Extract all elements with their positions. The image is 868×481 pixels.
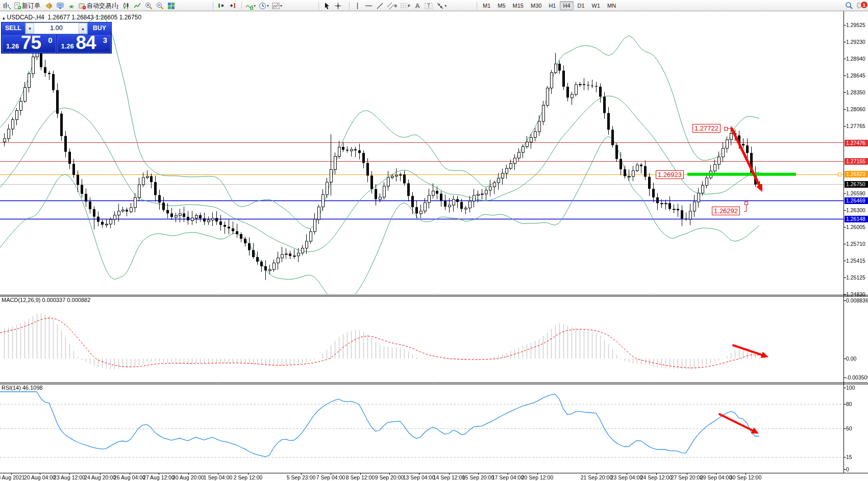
- zoom-out-button[interactable]: [154, 1, 165, 11]
- zoom-in-button[interactable]: [143, 1, 154, 11]
- time-tick-label: 20 Sep 12:00: [514, 474, 560, 480]
- templates-button[interactable]: ▾: [270, 1, 284, 11]
- crosshair-button[interactable]: [332, 1, 343, 11]
- indicators-icon: [245, 2, 253, 10]
- buy-price-big: 84: [76, 32, 96, 54]
- new-order-icon: [14, 2, 21, 10]
- new-order-button[interactable]: 新订单: [12, 1, 43, 11]
- new-order-label: 新订单: [22, 2, 40, 10]
- price-tick-label: 1.29230: [846, 39, 865, 45]
- auto-scroll-button[interactable]: [215, 1, 227, 11]
- timeframe-button-m15[interactable]: M15: [510, 1, 527, 10]
- text-label-button[interactable]: T: [423, 1, 435, 11]
- chart-shift-icon: [229, 2, 236, 10]
- price-annotation-box[interactable]: 1.26923: [656, 170, 684, 179]
- rsi-tick-label: 80: [846, 401, 852, 407]
- arrows-button[interactable]: ▾: [435, 1, 448, 11]
- one-click-trading-panel: SELL ▼ 1.00 ▲ BUY 1.26 75 0 1.26 84 3: [1, 22, 112, 54]
- indicators-button[interactable]: ▾: [244, 1, 257, 11]
- new-chart-icon: [3, 2, 11, 10]
- bar-chart-button[interactable]: [109, 1, 120, 11]
- chart-title: ▴USDCAD-,H4 1.26677 1.26843 1.26605 1.26…: [3, 14, 141, 21]
- arrows-icon: [436, 2, 444, 10]
- toolbar-group-trade: 新订单 自动交易: [1, 0, 114, 11]
- timeframe-button-w1[interactable]: W1: [589, 1, 604, 10]
- price-annotation-box[interactable]: 1.26292: [712, 207, 740, 215]
- price-tick-label: 1.24830: [846, 291, 865, 297]
- periods-button[interactable]: ▾: [257, 1, 270, 11]
- chart-canvas[interactable]: [0, 0, 868, 481]
- line-chart-icon: [134, 2, 141, 10]
- computer-icon: [57, 2, 64, 10]
- line-chart-button[interactable]: [132, 1, 143, 11]
- cursor-button[interactable]: [321, 1, 332, 11]
- price-badge: 1.27155: [845, 158, 868, 165]
- svg-text:T: T: [427, 3, 430, 9]
- price-badge: 1.26469: [845, 197, 868, 204]
- price-tick-label: 1.25710: [846, 241, 865, 247]
- timeframe-button-m5[interactable]: M5: [494, 1, 508, 10]
- horn-icon: [45, 2, 53, 10]
- price-badge: 1.26923: [845, 171, 868, 178]
- notification-badge: 1: [861, 2, 867, 8]
- channel-button[interactable]: E: [385, 1, 399, 11]
- bar-chart-icon: [111, 2, 119, 10]
- price-tick-label: 1.26590: [846, 190, 865, 196]
- search-button[interactable]: [844, 1, 855, 11]
- separator: [477, 2, 477, 10]
- terminal-button[interactable]: [55, 1, 66, 11]
- price-annotation-box[interactable]: 1.27722: [692, 124, 721, 133]
- separator: [349, 2, 350, 10]
- buy-price-sup: 3: [103, 36, 107, 44]
- vertical-line-button[interactable]: [352, 1, 363, 11]
- sell-price-sup: 0: [48, 36, 52, 44]
- notifications-button[interactable]: 1: [855, 1, 866, 11]
- rsi-tick-label: 50: [846, 425, 852, 432]
- new-chart-button[interactable]: [1, 1, 12, 11]
- text-label-icon: T: [425, 2, 433, 10]
- cursor-icon: [323, 2, 331, 10]
- candlestick-chart-button[interactable]: [120, 1, 132, 11]
- rsi-tick-label: 15: [846, 454, 852, 460]
- fibonacci-icon: [400, 2, 408, 10]
- horizontal-line-button[interactable]: [363, 1, 374, 11]
- timeframe-button-mn[interactable]: MN: [604, 1, 619, 10]
- auto-scroll-icon: [217, 2, 225, 10]
- tile-windows-icon: [167, 2, 175, 10]
- time-tick-label: 30 Sep 12:00: [723, 474, 768, 480]
- tile-windows-button[interactable]: [165, 1, 177, 11]
- separator: [213, 2, 213, 10]
- text-button[interactable]: A: [412, 1, 423, 11]
- timeframe-button-d1[interactable]: D1: [575, 1, 588, 10]
- crosshair-icon: [334, 2, 342, 10]
- fibonacci-button[interactable]: F: [399, 1, 412, 11]
- horizontal-line-icon: [365, 2, 373, 10]
- toolbar-group-cursor: [316, 0, 343, 11]
- timeframe-button-m1[interactable]: M1: [480, 1, 493, 10]
- equidistant-channel-icon: [387, 2, 394, 10]
- toolbar-group-right: 1: [844, 0, 866, 11]
- rsi-tick-label: 0: [846, 466, 849, 472]
- macd-tick-label: 0.008836: [846, 297, 868, 303]
- fibo-letter: F: [408, 4, 410, 8]
- zoom-out-icon: [156, 2, 164, 10]
- sell-price-panel[interactable]: 1.26 75 0: [2, 35, 56, 53]
- timeframe-button-m30[interactable]: M30: [528, 1, 544, 10]
- rsi-tick-label: 100: [846, 385, 855, 391]
- price-tick-label: 1.27765: [846, 123, 865, 129]
- chart-shift-button[interactable]: [227, 1, 238, 11]
- channel-letter: E: [394, 4, 397, 8]
- toolbar-group-scroll: [211, 0, 238, 11]
- signal-icon: [68, 2, 76, 10]
- price-tick-label: 1.28060: [846, 106, 865, 112]
- buy-price-panel[interactable]: 1.26 84 3: [57, 35, 111, 53]
- timeframe-button-h1[interactable]: H1: [545, 1, 559, 10]
- alerts-button[interactable]: [43, 1, 55, 11]
- sell-price-prefix: 1.26: [6, 42, 19, 50]
- timeframe-button-h4[interactable]: H4: [560, 1, 573, 10]
- collapse-marker-icon[interactable]: ▴: [3, 15, 5, 20]
- separator: [107, 2, 107, 10]
- macd-label: MACD(12,26,9) 0.000337 0.000882: [2, 297, 90, 303]
- trendline-button[interactable]: [374, 1, 385, 11]
- signals-button[interactable]: [66, 1, 77, 11]
